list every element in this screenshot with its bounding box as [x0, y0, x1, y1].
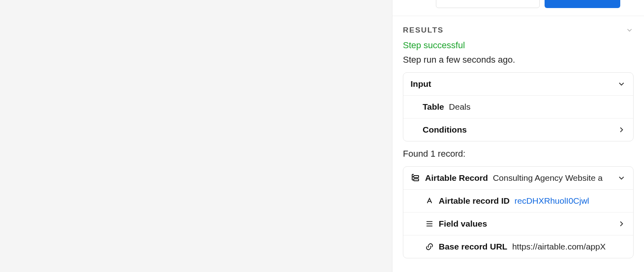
input-label: Input	[411, 79, 431, 89]
results-panel: RESULTS Step successful Step run a few s…	[392, 0, 644, 272]
record-header-row[interactable]: Airtable Record Consulting Agency Websit…	[403, 167, 633, 189]
step-status-success: Step successful	[403, 40, 634, 51]
record-id-row[interactable]: Airtable record ID recDHXRhuolI0Cjwl	[403, 189, 633, 212]
base-url-value: https://airtable.com/appX	[512, 242, 626, 252]
input-card: Input Table Deals Conditions	[403, 72, 634, 141]
text-type-icon	[425, 196, 434, 205]
record-id-label: Airtable record ID	[439, 196, 510, 206]
table-label: Table	[423, 102, 444, 112]
chevron-right-icon	[617, 125, 626, 134]
record-card: Airtable Record Consulting Agency Websit…	[403, 166, 634, 258]
input-conditions-row[interactable]: Conditions	[403, 118, 633, 141]
table-value: Deals	[449, 102, 471, 112]
field-values-label: Field values	[439, 219, 487, 229]
results-header-row[interactable]: RESULTS	[403, 26, 634, 35]
record-id-value[interactable]: recDHXRhuolI0Cjwl	[514, 196, 589, 206]
field-values-row[interactable]: Field values	[403, 212, 633, 235]
link-icon	[425, 242, 434, 251]
chevron-down-icon	[617, 80, 626, 88]
step-status-time: Step run a few seconds ago.	[403, 55, 634, 65]
input-cutoff[interactable]	[436, 0, 540, 8]
svg-rect-0	[414, 176, 419, 178]
record-title-value: Consulting Agency Website a	[493, 173, 615, 183]
list-icon	[425, 219, 434, 228]
chevron-down-icon	[617, 174, 626, 182]
base-url-label: Base record URL	[439, 242, 507, 252]
conditions-label: Conditions	[423, 125, 467, 135]
record-icon	[411, 173, 420, 183]
svg-rect-1	[414, 179, 419, 181]
blank-canvas	[0, 0, 392, 272]
input-header-row[interactable]: Input	[403, 73, 633, 95]
record-title-label: Airtable Record	[425, 173, 488, 183]
primary-button-cutoff[interactable]	[545, 0, 620, 8]
chevron-right-icon	[617, 219, 626, 228]
found-records-text: Found 1 record:	[403, 149, 634, 159]
results-heading: RESULTS	[403, 26, 444, 35]
panel-top-cutoff	[392, 0, 644, 16]
input-table-row[interactable]: Table Deals	[403, 95, 633, 118]
base-url-row[interactable]: Base record URL https://airtable.com/app…	[403, 235, 633, 258]
chevron-down-icon	[625, 26, 634, 34]
